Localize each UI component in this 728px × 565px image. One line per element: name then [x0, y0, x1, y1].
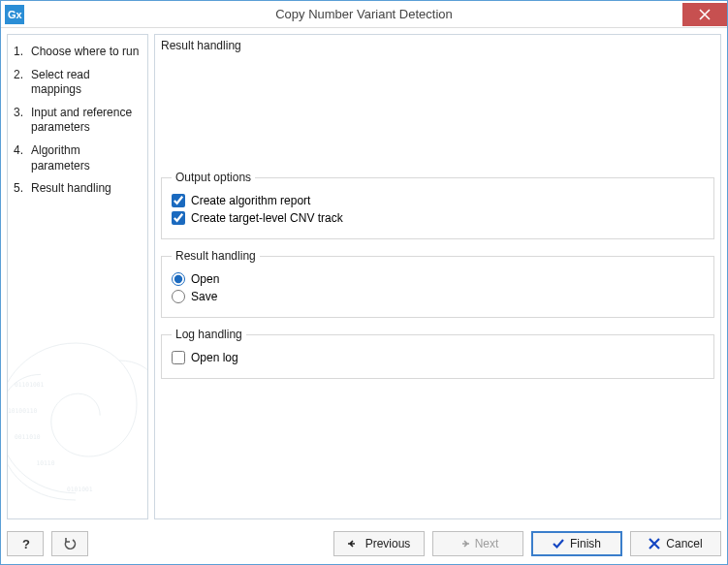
wizard-step-1[interactable]: 1.Choose where to run [12, 41, 143, 64]
result-handling-legend: Result handling [172, 249, 260, 263]
undo-icon [62, 536, 78, 551]
result-open-label[interactable]: Open [191, 272, 219, 286]
wizard-step-5[interactable]: 5.Result handling [12, 177, 143, 201]
titlebar: Gx Copy Number Variant Detection [1, 1, 727, 28]
wizard-step-3[interactable]: 3.Input and reference parameters [12, 102, 143, 140]
result-save-radio[interactable] [172, 290, 185, 303]
dialog-title: Copy Number Variant Detection [1, 7, 727, 21]
log-handling-group: Log handling Open log [161, 328, 714, 379]
close-icon [699, 9, 711, 20]
result-handling-group: Result handling Open Save [161, 249, 714, 318]
wizard-step-4[interactable]: 4.Algorithm parameters [12, 140, 143, 177]
finish-button[interactable]: Finish [531, 531, 622, 556]
cancel-button[interactable]: Cancel [630, 531, 721, 556]
dialog-footer: ? Previous Next Finish Cancel [1, 525, 727, 564]
svg-text:10110: 10110 [37, 459, 55, 466]
wizard-content-panel: Result handling Output options Create al… [154, 34, 721, 519]
svg-text:?: ? [22, 537, 30, 551]
svg-text:Gx: Gx [8, 9, 22, 20]
help-button[interactable]: ? [7, 531, 44, 556]
close-button[interactable] [682, 3, 727, 26]
panel-title: Result handling [161, 37, 714, 58]
svg-text:110100110: 110100110 [7, 407, 38, 414]
svg-text:0011010: 0011010 [15, 433, 41, 440]
dialog-window: Gx Copy Number Variant Detection 1.Choos… [0, 0, 728, 565]
output-options-legend: Output options [172, 171, 255, 184]
wizard-step-2[interactable]: 2.Select read mappings [12, 64, 143, 102]
create-algorithm-report-checkbox[interactable] [172, 194, 185, 207]
arrow-right-icon [458, 538, 469, 549]
decorative-swirl: 011010011101001100011010101100101001 [7, 315, 148, 519]
dialog-body: 1.Choose where to run 2.Select read mapp… [1, 28, 727, 525]
svg-text:0101001: 0101001 [67, 486, 93, 492]
create-target-cnv-track-label[interactable]: Create target-level CNV track [191, 211, 343, 225]
create-algorithm-report-label[interactable]: Create algorithm report [191, 194, 310, 207]
open-log-label[interactable]: Open log [191, 351, 238, 364]
check-icon [553, 538, 564, 549]
result-open-radio[interactable] [172, 272, 185, 286]
spacer [161, 58, 714, 171]
result-save-label[interactable]: Save [191, 290, 217, 303]
x-icon [649, 538, 660, 549]
previous-button[interactable]: Previous [333, 531, 425, 556]
open-log-checkbox[interactable] [172, 351, 185, 364]
arrow-left-icon [348, 538, 360, 549]
svg-text:01101001: 01101001 [15, 381, 45, 388]
output-options-group: Output options Create algorithm report C… [161, 171, 714, 239]
log-handling-legend: Log handling [172, 328, 246, 341]
create-target-cnv-track-checkbox[interactable] [172, 211, 185, 225]
question-icon: ? [17, 536, 33, 551]
reset-button[interactable] [51, 531, 88, 556]
next-button: Next [432, 531, 523, 556]
gx-app-icon: Gx [5, 5, 24, 24]
wizard-steps-sidebar: 1.Choose where to run 2.Select read mapp… [7, 34, 148, 519]
